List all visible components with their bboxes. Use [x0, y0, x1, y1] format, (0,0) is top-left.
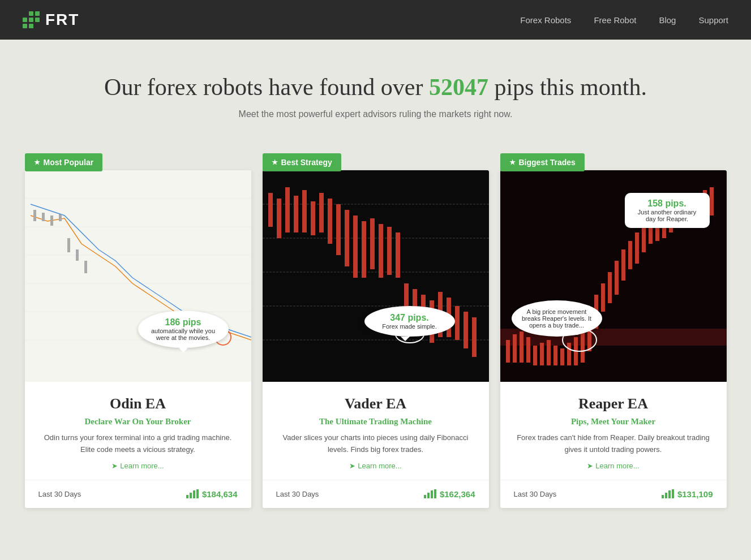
logo-text: FRT [45, 11, 79, 29]
svg-rect-21 [285, 187, 290, 232]
svg-rect-20 [277, 199, 281, 238]
svg-rect-65 [635, 232, 639, 264]
vader-subtitle: The Ultimate Trading Machine [276, 417, 475, 427]
svg-rect-22 [294, 196, 298, 232]
svg-rect-61 [608, 272, 612, 303]
svg-rect-52 [547, 340, 551, 365]
nav-forex-robots[interactable]: Forex Robots [520, 15, 571, 25]
cards-section: ★ Most Popular [14, 142, 738, 531]
vader-card: 347 pips. Forex made simple. Vader EA Th… [263, 170, 489, 508]
odin-card: 186 pips automatically while you were at… [25, 170, 251, 508]
odin-body: Odin EA Declare War On Your Broker Odin … [25, 382, 251, 471]
learn-more-arrow-icon: ➤ [349, 462, 355, 470]
vader-learn-more[interactable]: ➤ Learn more... [349, 462, 401, 470]
main-nav: Forex Robots Free Robot Blog Support [520, 15, 728, 25]
svg-rect-53 [553, 346, 557, 365]
svg-rect-7 [42, 213, 45, 221]
vader-last-days: Last 30 Days [276, 490, 319, 498]
odin-title: Odin EA [38, 395, 238, 412]
svg-rect-60 [601, 283, 605, 312]
odin-footer: Last 30 Days $184,634 [25, 480, 251, 508]
learn-more-arrow-icon: ➤ [111, 462, 118, 470]
svg-rect-11 [76, 249, 79, 261]
reaper-bubble-top: 158 pips. Just another ordinary day for … [625, 193, 710, 228]
reaper-description: Forex trades can't hide from Reaper. Dai… [514, 432, 713, 456]
odin-chart: 186 pips automatically while you were at… [25, 170, 251, 382]
odin-last-days: Last 30 Days [38, 490, 81, 498]
vader-body: Vader EA The Ultimate Trading Machine Va… [263, 382, 489, 471]
badge-best-strategy: ★ Best Strategy [263, 153, 341, 171]
badge-most-popular: ★ Most Popular [25, 153, 103, 171]
odin-learn-more[interactable]: ➤ Learn more... [111, 462, 164, 470]
reaper-learn-more[interactable]: ➤ Learn more... [587, 462, 639, 470]
odin-bubble: 186 pips automatically while you were at… [138, 311, 229, 348]
badge-star-icon: ★ [509, 158, 516, 166]
svg-rect-48 [520, 331, 523, 363]
odin-subtitle: Declare War On Your Broker [38, 417, 238, 427]
logo-icon [23, 11, 40, 28]
svg-rect-34 [396, 232, 400, 278]
reaper-title: Reaper EA [514, 395, 713, 412]
learn-more-arrow-icon: ➤ [587, 462, 593, 470]
nav-support[interactable]: Support [698, 15, 728, 25]
bar-chart-icon [186, 489, 199, 498]
nav-blog[interactable]: Blog [659, 15, 676, 25]
svg-rect-30 [362, 221, 366, 278]
svg-rect-46 [506, 340, 510, 363]
svg-rect-29 [353, 216, 358, 278]
svg-rect-31 [370, 218, 375, 269]
reaper-subtitle: Pips, Meet Your Maker [514, 417, 713, 427]
reaper-bubble-bottom: A big price movement breaks Reaper's lev… [512, 300, 602, 337]
pips-count: 52047 [429, 74, 488, 100]
reaper-profit[interactable]: $131,109 [662, 489, 713, 499]
card-vader: ★ Best Strategy [263, 153, 489, 508]
svg-rect-49 [526, 337, 530, 363]
site-header: FRT Forex Robots Free Robot Blog Support [0, 0, 751, 40]
svg-rect-47 [513, 334, 517, 363]
svg-rect-23 [302, 190, 307, 232]
svg-rect-10 [67, 238, 70, 252]
svg-rect-63 [621, 249, 625, 281]
svg-rect-50 [533, 346, 537, 365]
svg-rect-12 [84, 261, 87, 273]
badge-star-icon: ★ [272, 158, 278, 166]
svg-rect-76 [710, 187, 714, 216]
vader-bubble: 347 pips. Forex made simple. [364, 306, 455, 337]
svg-rect-25 [319, 193, 324, 232]
card-odin: ★ Most Popular [25, 153, 251, 508]
svg-rect-41 [455, 306, 460, 340]
svg-rect-19 [268, 193, 273, 227]
svg-rect-62 [615, 261, 619, 295]
reaper-card: 158 pips. Just another ordinary day for … [500, 170, 727, 508]
odin-profit[interactable]: $184,634 [186, 489, 238, 499]
svg-rect-27 [336, 204, 341, 255]
vader-chart: 347 pips. Forex made simple. [263, 170, 489, 382]
svg-rect-64 [628, 241, 632, 269]
svg-rect-54 [560, 348, 564, 365]
svg-rect-8 [50, 216, 53, 226]
odin-description: Odin turns your forex terminal into a gr… [38, 432, 238, 456]
svg-rect-26 [328, 199, 332, 244]
reaper-chart: 158 pips. Just another ordinary day for … [500, 170, 727, 382]
svg-rect-28 [345, 210, 349, 266]
nav-free-robot[interactable]: Free Robot [594, 15, 636, 25]
reaper-last-days: Last 30 Days [514, 490, 557, 498]
svg-rect-9 [59, 214, 62, 221]
bar-chart-icon [662, 489, 674, 498]
logo: FRT [23, 11, 79, 29]
card-reaper: ★ Biggest Trades [500, 153, 727, 508]
reaper-footer: Last 30 Days $131,109 [500, 480, 727, 508]
svg-rect-43 [472, 317, 477, 357]
svg-rect-66 [642, 224, 646, 252]
badge-biggest-trades: ★ Biggest Trades [500, 153, 585, 171]
badge-star-icon: ★ [34, 158, 40, 166]
hero-headline: Our forex robots have found over 52047 p… [11, 74, 740, 101]
svg-rect-24 [311, 201, 315, 235]
svg-rect-33 [387, 227, 392, 275]
vader-title: Vader EA [276, 395, 475, 412]
vader-description: Vader slices your charts into pieces usi… [276, 432, 475, 456]
vader-profit[interactable]: $162,364 [424, 489, 475, 499]
hero-section: Our forex robots have found over 52047 p… [0, 40, 751, 142]
hero-subheadline: Meet the most powerful expert advisors r… [11, 109, 740, 119]
svg-rect-55 [567, 343, 571, 365]
